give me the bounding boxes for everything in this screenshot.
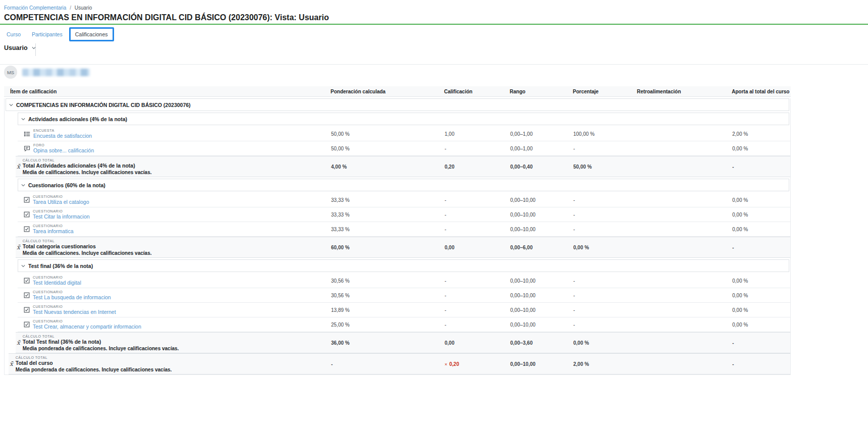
column-header-item-de-calificacion: Ítem de calificación: [4, 89, 331, 94]
mean-icon: x̄: [17, 340, 20, 346]
item-cell: CUESTIONARIOTest Nuevas tendencias en In…: [18, 304, 331, 315]
quiz-icon: [24, 321, 30, 328]
column-header-porcentaje: Porcentaje: [573, 89, 637, 94]
category-row-actividades-adicionales-4-de-la-nota[interactable]: Actividades adicionales (4% de la nota): [18, 113, 789, 125]
breadcrumb-link-category[interactable]: Formación Complementaria: [4, 5, 66, 11]
cell-grade: -: [445, 227, 510, 232]
cell-percent: -: [573, 293, 637, 298]
grade-item-link[interactable]: Test La busqueda de informacion: [33, 294, 111, 301]
cell-percent: 0,00 %: [573, 340, 637, 346]
item-cell: x̄CÁLCULO TOTALTotal categoria cuestiona…: [16, 239, 331, 256]
cell-grade: 0,00: [445, 245, 510, 250]
grade-item-row: CUESTIONARIOTest La busqueda de informac…: [18, 288, 790, 303]
grade-item-row: CUESTIONARIOTarea Utiliza el catalogo33,…: [18, 193, 790, 207]
mean-icon: x̄: [17, 164, 20, 170]
tab-curso[interactable]: Curso: [1, 28, 26, 40]
cell-range: 0,00–10,00: [510, 361, 573, 367]
cell-contrib: 0,00 %: [732, 322, 791, 328]
cell-grade: -: [445, 146, 510, 151]
grade-item-row: CUESTIONARIOTarea informatica33,33 %-0,0…: [18, 222, 790, 237]
tab-calificaciones[interactable]: Calificaciones: [69, 27, 114, 41]
total-label: Total Test final (36% de la nota): [23, 339, 179, 345]
item-cell: CUESTIONARIOTest La busqueda de informac…: [18, 290, 331, 301]
cell-weight: 13,89 %: [331, 307, 445, 313]
view-selector-dropdown[interactable]: Usuario: [4, 44, 36, 51]
vertical-divider: [35, 43, 36, 56]
cell-grade: -: [445, 212, 510, 218]
grade-item-link[interactable]: Test Identidad digital: [33, 280, 81, 286]
aggregation-note: Media de calificaciones. Incluye calific…: [23, 169, 152, 176]
forum-icon: [24, 145, 30, 152]
category-label: Actividades adicionales (4% de la nota): [28, 116, 127, 122]
cell-weight: 50,00 %: [331, 146, 445, 151]
grade-item-link[interactable]: Opina sobre... calificación: [33, 147, 94, 154]
item-type-label: CÁLCULO TOTAL: [23, 239, 152, 243]
quiz-icon: [24, 211, 30, 218]
chevron-down-icon[interactable]: [21, 183, 26, 188]
cell-weight: 4,00 %: [331, 164, 445, 170]
cell-grade: 0,00: [445, 340, 510, 346]
item-cell: CUESTIONARIOTest Identidad digital: [18, 275, 331, 286]
cell-grade: -: [445, 197, 510, 203]
cell-weight: 33,33 %: [331, 197, 445, 203]
breadcrumb: Formación Complementaria / Usuario: [4, 5, 92, 11]
category-row-test-final-36-de-la-nota[interactable]: Test final (36% de la nota): [18, 259, 789, 272]
chevron-down-icon[interactable]: [21, 117, 26, 122]
total-row: x̄CÁLCULO TOTALTotal del cursoMedia pond…: [9, 353, 790, 374]
cell-percent: -: [573, 322, 637, 328]
cell-percent: -: [573, 278, 637, 284]
grade-item-row: CUESTIONARIOTest Crear, almacenar y comp…: [18, 317, 790, 332]
cell-weight: -: [331, 361, 445, 367]
grade-item-link[interactable]: Test Citar la informacion: [33, 213, 90, 220]
section-divider: [0, 64, 868, 65]
cell-percent: 0,00 %: [573, 245, 637, 250]
item-type-label: CUESTIONARIO: [33, 304, 116, 309]
cell-range: 0,00–0,40: [510, 164, 573, 170]
page-title: COMPETENCIAS EN INFORMACIÓN DIGITAL CID …: [4, 13, 329, 22]
cell-contrib: -: [732, 245, 791, 250]
item-type-label: CUESTIONARIO: [33, 224, 74, 228]
cell-range: 0,00–10,00: [510, 322, 573, 328]
column-header-retroalimentacion: Retroalimentación: [637, 89, 732, 94]
cell-grade: -: [445, 322, 510, 328]
column-header-calificacion: Calificación: [444, 89, 510, 94]
item-type-label: CUESTIONARIO: [33, 319, 141, 323]
quiz-icon: [24, 226, 30, 232]
breadcrumb-current: Usuario: [75, 5, 92, 11]
category-row-cuestionarios-60-de-la-nota[interactable]: Cuestionarios (60% de la nota): [18, 179, 789, 191]
item-cell: CUESTIONARIOTarea informatica: [18, 224, 331, 235]
column-header-aporta-al-total-del-curso: Aporta al total del curso: [732, 89, 791, 94]
item-cell: CUESTIONARIOTest Citar la informacion: [18, 209, 331, 220]
total-row: x̄CÁLCULO TOTALTotal Test final (36% de …: [16, 332, 790, 353]
breadcrumb-separator: /: [70, 5, 71, 11]
category-row-competencias-en-informacion-digital-cid-[interactable]: COMPETENCIAS EN INFORMACIÓN DIGITAL CID …: [6, 98, 789, 111]
aggregation-note: Media ponderada de calificaciones. Inclu…: [23, 345, 179, 352]
item-cell: FOROOpina sobre... calificación: [18, 143, 331, 154]
quiz-icon: [24, 292, 30, 298]
avatar: MS: [4, 66, 17, 79]
item-cell: ENCUESTAEncuesta de satisfaccion: [18, 128, 331, 139]
grade-item-link[interactable]: Tarea Utiliza el catalogo: [33, 199, 89, 205]
cell-range: 0,00–10,00: [510, 307, 573, 313]
grade-item-link[interactable]: Test Crear, almacenar y compartir inform…: [33, 323, 141, 330]
item-type-label: ENCUESTA: [33, 128, 92, 133]
quiz-icon: [24, 278, 30, 284]
chevron-down-icon[interactable]: [21, 263, 26, 268]
tab-participantes[interactable]: Participantes: [26, 28, 68, 40]
cell-contrib: 0,00 %: [732, 146, 791, 151]
item-type-label: CUESTIONARIO: [33, 275, 81, 280]
quiz-icon: [24, 197, 30, 203]
cell-range: 0,00–10,00: [510, 197, 573, 203]
cell-percent: -: [573, 146, 637, 151]
cell-range: 0,00–10,00: [510, 278, 573, 284]
chevron-down-icon[interactable]: [9, 102, 14, 107]
cell-percent: -: [573, 307, 637, 313]
cell-percent: 50,00 %: [573, 164, 637, 170]
course-tabs: CursoParticipantesCalificaciones: [1, 27, 114, 42]
grade-item-link[interactable]: Test Nuevas tendencias en Internet: [33, 309, 116, 315]
grade-item-row: CUESTIONARIOTest Identidad digital30,56 …: [18, 274, 790, 288]
grade-item-link[interactable]: Encuesta de satisfaccion: [33, 133, 92, 139]
column-header-rango: Rango: [510, 89, 573, 94]
grade-item-link[interactable]: Tarea informatica: [33, 228, 74, 235]
item-type-label: CUESTIONARIO: [33, 194, 89, 199]
